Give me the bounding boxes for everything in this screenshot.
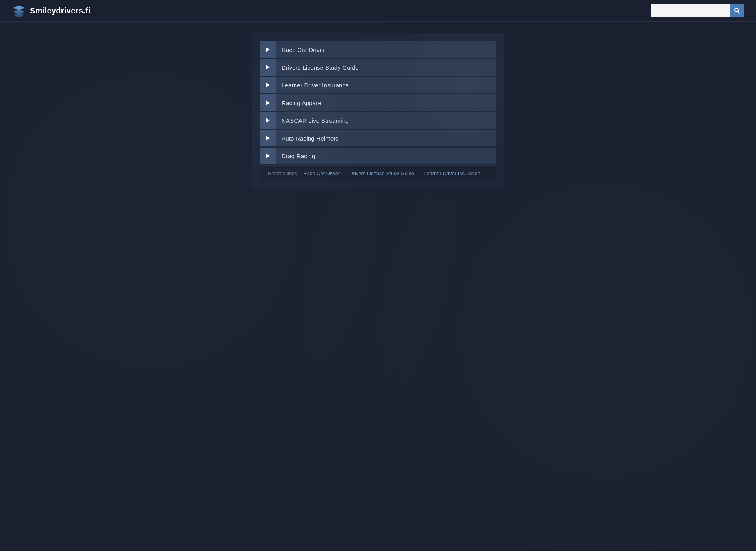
related-link[interactable]: Learner Driver Insurance xyxy=(424,170,480,176)
menu-item[interactable]: Race Car Driver xyxy=(260,41,496,58)
chevron-right-icon xyxy=(260,77,276,93)
chevron-right-icon xyxy=(260,59,276,76)
menu-item[interactable]: Drivers License Study Guide xyxy=(260,59,496,76)
menu-item[interactable]: Drag Racing xyxy=(260,148,496,164)
menu-item-label: Racing Apparel xyxy=(276,96,329,110)
logo-icon xyxy=(12,4,26,18)
menu-item-label: Race Car Driver xyxy=(276,43,331,57)
main-content: Race Car DriverDrivers License Study Gui… xyxy=(0,22,756,197)
chevron-right-icon xyxy=(260,112,276,129)
menu-item-label: Drag Racing xyxy=(276,149,321,163)
search-area xyxy=(651,4,744,17)
menu-item-label: Drivers License Study Guide xyxy=(276,60,365,75)
site-title: Smileydrivers.fi xyxy=(30,6,91,15)
content-panel: Race Car DriverDrivers License Study Gui… xyxy=(252,33,504,189)
chevron-right-icon xyxy=(260,130,276,146)
header: Smileydrivers.fi xyxy=(0,0,756,22)
menu-item-label: Learner Driver Insurance xyxy=(276,78,355,92)
menu-item[interactable]: Racing Apparel xyxy=(260,94,496,111)
menu-item[interactable]: NASCAR Live Streaming xyxy=(260,112,496,129)
chevron-right-icon xyxy=(260,41,276,58)
related-links-label: Related links: xyxy=(268,170,298,176)
menu-item-label: NASCAR Live Streaming xyxy=(276,113,355,128)
related-link[interactable]: Race Car Driver xyxy=(303,170,340,176)
chevron-right-icon xyxy=(260,148,276,164)
menu-item-label: Auto Racing Helmets xyxy=(276,131,345,146)
related-link[interactable]: Drivers License Study Guide xyxy=(349,170,414,176)
search-button[interactable] xyxy=(730,4,744,17)
menu-item[interactable]: Auto Racing Helmets xyxy=(260,130,496,146)
menu-list: Race Car DriverDrivers License Study Gui… xyxy=(260,41,496,164)
chevron-right-icon xyxy=(260,94,276,111)
menu-item[interactable]: Learner Driver Insurance xyxy=(260,77,496,93)
logo-area: Smileydrivers.fi xyxy=(12,4,91,18)
related-links-bar: Related links: Race Car DriverDrivers Li… xyxy=(260,165,496,181)
search-icon xyxy=(734,7,740,14)
related-links-container: Race Car DriverDrivers License Study Gui… xyxy=(303,170,488,176)
svg-marker-2 xyxy=(13,12,24,18)
search-input[interactable] xyxy=(651,4,730,17)
svg-line-4 xyxy=(738,11,740,13)
